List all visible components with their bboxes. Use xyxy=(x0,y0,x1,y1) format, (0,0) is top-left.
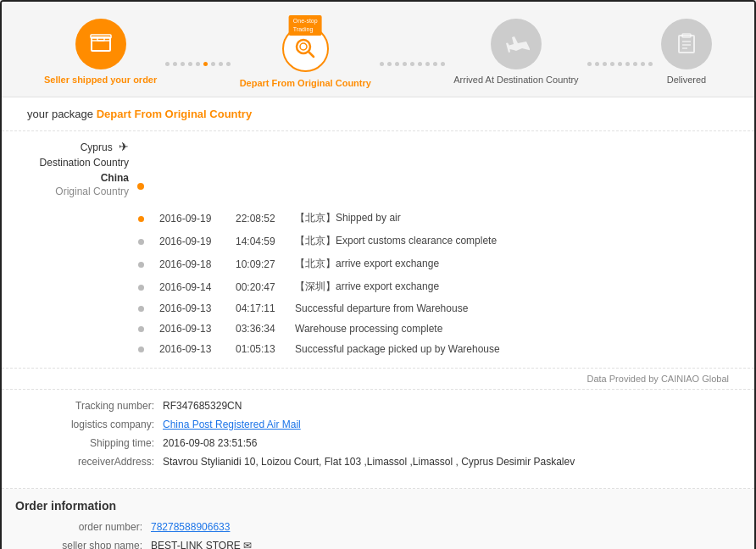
package-status: your package Depart From Original Countr… xyxy=(2,97,754,131)
event-date: 2016-09-19 xyxy=(154,230,231,252)
dot xyxy=(648,62,653,66)
dot xyxy=(425,62,430,66)
event-description: 【北京】Shipped by air xyxy=(290,207,729,230)
step-icon-arrived xyxy=(491,19,542,69)
dots-line-1 xyxy=(165,62,231,66)
event-date: 2016-09-13 xyxy=(154,298,231,319)
event-description: Successful package picked up by Warehous… xyxy=(290,339,729,359)
dot-active xyxy=(203,62,208,66)
package-status-text: your package Depart From Original Countr… xyxy=(27,108,252,120)
event-row: 2016-09-13 01:05:13 Successful package p… xyxy=(27,339,729,359)
connector-2 xyxy=(371,38,453,66)
clipboard-icon xyxy=(675,31,698,58)
dot xyxy=(610,62,614,66)
dot xyxy=(641,62,645,66)
origin-bullet xyxy=(137,183,144,190)
info-row-receiver: receiverAddress: Stavrou Stylianidi 10, … xyxy=(27,456,729,468)
origin-country-name: China xyxy=(27,172,129,186)
event-row: 2016-09-19 22:08:52 【北京】Shipped by air xyxy=(27,207,729,230)
event-description: 【北京】Export customs clearance complete xyxy=(290,230,729,252)
dot xyxy=(595,62,599,66)
step-label-seller-shipped: Seller shipped your order xyxy=(44,75,157,85)
event-description: Warehouse processing complete xyxy=(290,319,729,339)
destination-country-label: Cyprus ✈ xyxy=(27,140,137,153)
dot xyxy=(387,62,392,66)
event-bullet xyxy=(138,326,144,332)
dot xyxy=(410,62,414,66)
package-prefix: your package xyxy=(27,108,93,120)
data-provider: Data Provided by CAINIAO Global xyxy=(2,369,754,390)
one-stop-badge: One-stopTrading xyxy=(289,15,322,36)
receiver-label: receiverAddress: xyxy=(27,456,163,468)
step-label-depart: Depart From Original Country xyxy=(240,78,371,88)
step-label-arrived: Arrived At Destination Country xyxy=(453,75,578,85)
seller-shop-value: BEST-LINK STORE ✉ xyxy=(151,540,252,549)
svg-rect-0 xyxy=(92,37,110,51)
event-bullet xyxy=(138,239,144,245)
dot xyxy=(403,62,407,66)
shipping-time-label: Shipping time: xyxy=(27,437,163,449)
event-description: 【北京】arrive export exchange xyxy=(290,252,729,275)
info-row-logistics: logistics company: China Post Registered… xyxy=(27,419,729,430)
origin-row: China Original Country xyxy=(27,172,729,198)
event-time: 22:08:52 xyxy=(231,207,290,230)
dot xyxy=(587,62,592,66)
event-time: 03:36:34 xyxy=(231,319,290,339)
event-time: 01:05:13 xyxy=(231,339,290,359)
logistics-value[interactable]: China Post Registered Air Mail xyxy=(163,419,301,430)
step-icon-delivered xyxy=(661,19,712,69)
step-label-delivered: Delivered xyxy=(667,75,706,85)
event-bullet-cell xyxy=(27,207,154,230)
box-icon xyxy=(88,29,114,59)
dot xyxy=(441,62,445,66)
main-container: Seller shipped your order xyxy=(0,0,756,549)
event-row: 2016-09-13 04:17:11 Successful departure… xyxy=(27,298,729,319)
origin-country-sublabel: Original Country xyxy=(27,186,129,199)
step-seller-shipped: Seller shipped your order xyxy=(44,19,157,85)
event-bullet-cell xyxy=(27,230,154,252)
order-row-shop: seller shop name: BEST-LINK STORE ✉ xyxy=(15,540,741,549)
destination-label-row: Destination Country xyxy=(27,157,729,169)
event-bullet xyxy=(138,216,144,222)
order-number-label: order number: xyxy=(15,521,151,533)
dot xyxy=(188,62,192,66)
package-status-highlight: Depart From Original Country xyxy=(97,108,252,120)
step-depart: One-stopTrading Depart From Original Cou… xyxy=(240,15,371,88)
connector-3 xyxy=(579,38,661,66)
step-arrived: Arrived At Destination Country xyxy=(453,19,578,85)
dot xyxy=(219,62,223,66)
destination-country-name: Cyprus xyxy=(81,141,113,153)
destination-label: Destination Country xyxy=(27,157,137,169)
event-date: 2016-09-14 xyxy=(154,275,231,298)
dot xyxy=(395,62,399,66)
dot xyxy=(618,62,622,66)
event-date: 2016-09-18 xyxy=(154,252,231,275)
tracking-number-value: RF347685329CN xyxy=(163,400,242,412)
event-date: 2016-09-13 xyxy=(154,319,231,339)
event-time: 04:17:11 xyxy=(231,298,290,319)
order-section: Order information order number: 78278588… xyxy=(2,489,754,549)
info-row-shipping-time: Shipping time: 2016-09-08 23:51:56 xyxy=(27,437,729,449)
event-bullet xyxy=(138,347,144,352)
event-time: 14:04:59 xyxy=(231,230,290,252)
event-time: 00:20:47 xyxy=(231,275,290,298)
event-row: 2016-09-19 14:04:59 【北京】Export customs c… xyxy=(27,230,729,252)
event-bullet-cell xyxy=(27,298,154,319)
event-date: 2016-09-19 xyxy=(154,207,231,230)
origin-label: China Original Country xyxy=(27,172,137,198)
logistics-label: logistics company: xyxy=(27,419,163,430)
step-delivered: Delivered xyxy=(661,19,712,85)
event-row: 2016-09-14 00:20:47 【深圳】arrive export ex… xyxy=(27,275,729,298)
receiver-address-value: Stavrou Stylianidi 10, Loizou Court, Fla… xyxy=(163,456,575,468)
dot xyxy=(196,62,200,66)
order-number-value[interactable]: 78278588906633 xyxy=(151,521,230,533)
dots-line-3 xyxy=(587,62,653,66)
event-bullet xyxy=(138,262,144,268)
dot xyxy=(211,62,215,66)
info-section: Tracking number: RF347685329CN logistics… xyxy=(2,390,754,489)
info-row-tracking: Tracking number: RF347685329CN xyxy=(27,400,729,412)
events-table: 2016-09-19 22:08:52 【北京】Shipped by air 2… xyxy=(27,207,729,359)
event-bullet-cell xyxy=(27,252,154,275)
connector-1 xyxy=(157,38,239,66)
dot xyxy=(633,62,637,66)
